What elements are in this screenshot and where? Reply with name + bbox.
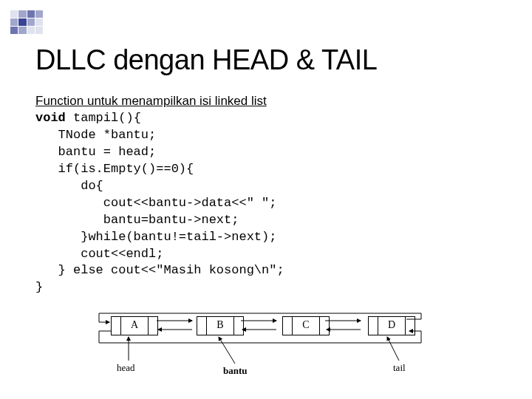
code-line: if(is.Empty()==0){ bbox=[35, 162, 194, 176]
slide: DLLC dengan HEAD & TAIL Function untuk m… bbox=[0, 0, 532, 399]
code-line: do{ bbox=[35, 179, 103, 193]
code-line: bantu=bantu->next; bbox=[35, 213, 239, 227]
slide-title: DLLC dengan HEAD & TAIL bbox=[35, 44, 497, 76]
code-line: } else cout<<"Masih kosong\n"; bbox=[35, 263, 284, 277]
code-line: } bbox=[35, 280, 43, 294]
slide-subtitle: Function untuk menampilkan isi linked li… bbox=[35, 94, 497, 109]
ptr-bantu-label: bantu bbox=[223, 365, 248, 377]
code-line: bantu = head; bbox=[35, 145, 156, 159]
code-line: TNode *bantu; bbox=[35, 128, 156, 142]
svg-line-8 bbox=[387, 337, 399, 361]
ptr-head-label: head bbox=[117, 362, 135, 374]
code-block: void tampil(){ TNode *bantu; bantu = hea… bbox=[35, 110, 497, 296]
code-line: cout<<bantu->data<<" "; bbox=[35, 196, 276, 210]
linked-list-diagram: A B C D bbox=[81, 312, 429, 380]
ptr-tail-label: tail bbox=[393, 362, 406, 374]
svg-line-7 bbox=[219, 337, 235, 364]
code-line: tampil(){ bbox=[66, 111, 141, 125]
code-line: cout<<endl; bbox=[35, 247, 163, 261]
code-line: }while(bantu!=tail->next); bbox=[35, 230, 276, 244]
code-keyword: void bbox=[35, 111, 66, 125]
corner-accent bbox=[10, 10, 43, 34]
